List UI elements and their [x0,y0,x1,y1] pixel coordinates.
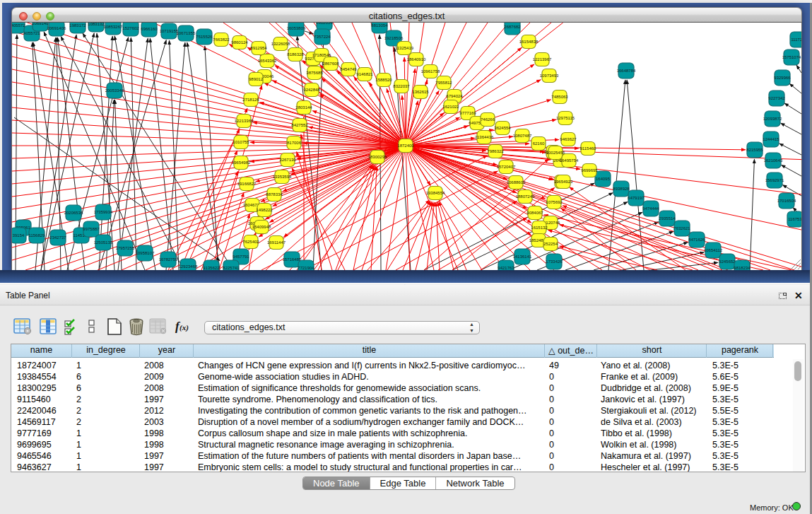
svg-text:8322037: 8322037 [393,84,410,88]
svg-text:3267130: 3267130 [279,158,296,162]
svg-text:20053346: 20053346 [105,88,124,93]
svg-text:21364436: 21364436 [475,135,494,139]
svg-text:9329966: 9329966 [774,76,791,80]
svg-text:10973493: 10973493 [540,74,559,78]
svg-text:9242848: 9242848 [303,88,320,92]
svg-text:10961758: 10961758 [421,69,440,74]
svg-text:8938928: 8938928 [613,187,630,191]
svg-text:19384554: 19384554 [426,191,445,195]
svg-text:11325419: 11325419 [395,46,414,50]
svg-text:15692971: 15692971 [765,178,784,182]
svg-text:16782759: 16782759 [159,257,178,262]
svg-text:1733426: 1733426 [546,259,563,264]
svg-text:9457791: 9457791 [233,255,249,259]
svg-text:1362615: 1362615 [412,90,429,94]
svg-text:10958107: 10958107 [136,251,155,255]
svg-text:2687682: 2687682 [504,25,521,29]
svg-text:39154: 39154 [13,233,25,238]
svg-text:6794024: 6794024 [446,94,463,98]
svg-text:62160: 62160 [533,141,545,146]
svg-text:2342737: 2342737 [49,235,66,240]
svg-text:10654112: 10654112 [704,248,723,252]
svg-text:6479197: 6479197 [628,196,645,200]
svg-text:2718126: 2718126 [242,98,259,102]
svg-text:9777169: 9777169 [459,111,476,115]
svg-text:10671355: 10671355 [177,31,196,35]
svg-text:13226058: 13226058 [271,42,290,46]
svg-text:7357224: 7357224 [314,35,331,39]
svg-text:3875685: 3875685 [306,71,323,75]
svg-text:2069140: 2069140 [32,23,49,25]
svg-text:8878334: 8878334 [266,192,283,197]
svg-text:14136141: 14136141 [513,255,532,259]
svg-text:13353594: 13353594 [273,175,292,179]
svg-text:1498222: 1498222 [256,208,273,212]
svg-text:10853267: 10853267 [104,25,123,29]
svg-text:16495754: 16495754 [560,158,579,163]
svg-text:10807487: 10807487 [513,134,532,138]
svg-text:16911447: 16911447 [267,240,286,245]
svg-text:9115460: 9115460 [580,146,597,151]
svg-text:1075692: 1075692 [546,200,563,204]
svg-text:8471626: 8471626 [688,238,705,242]
svg-text:17359934: 17359934 [94,210,113,214]
svg-text:20206536: 20206536 [64,211,83,215]
svg-text:16053809: 16053809 [287,26,306,30]
svg-text:164095: 164095 [596,177,611,181]
svg-text:9975887: 9975887 [83,227,100,231]
svg-text:8454749: 8454749 [340,67,357,71]
svg-text:9227342: 9227342 [768,96,785,100]
svg-text:7986322: 7986322 [487,149,504,153]
svg-text:17016504: 17016504 [777,199,796,203]
svg-text:252254: 252254 [543,242,558,246]
svg-text:7515526: 7515526 [196,35,213,39]
svg-text:1156829: 1156829 [29,233,46,238]
svg-text:15751074: 15751074 [782,55,801,59]
svg-text:16210643: 16210643 [764,158,783,163]
svg-text:1010755: 1010755 [233,140,249,144]
svg-text:8186328: 8186328 [287,52,304,57]
svg-text:1621022: 1621022 [442,105,459,109]
svg-text:12923468: 12923468 [179,264,198,269]
svg-text:16648784: 16648784 [617,69,636,73]
svg-text:10688609: 10688609 [507,180,526,185]
svg-text:4055721: 4055721 [23,31,40,35]
svg-text:1244415: 1244415 [763,137,779,141]
svg-text:19654982: 19654982 [232,160,251,165]
svg-text:746266: 746266 [481,117,495,122]
svg-text:15716485: 15716485 [283,257,302,262]
svg-text:19166827: 19166827 [237,182,257,186]
svg-text:9463627: 9463627 [560,137,577,141]
svg-text:3624554: 3624554 [494,126,511,130]
svg-text:817006: 817006 [287,141,302,145]
svg-text:2935514: 2935514 [659,216,676,221]
svg-text:1588520: 1588520 [375,78,392,82]
svg-text:9146821: 9146821 [356,72,373,76]
svg-text:1983172: 1983172 [69,23,86,28]
svg-text:12213369: 12213369 [235,119,254,123]
svg-text:1405572: 1405572 [12,23,25,28]
svg-text:18807249: 18807249 [516,194,535,199]
svg-text:16154838: 16154838 [519,40,539,44]
svg-text:19654923: 19654923 [554,180,573,184]
svg-text:12213967: 12213967 [533,57,552,62]
svg-text:111724: 111724 [791,37,801,42]
svg-text:19218506: 19218506 [384,36,404,40]
svg-text:15720407: 15720407 [497,165,516,169]
svg-text:10025455: 10025455 [546,151,565,155]
svg-text:2867608: 2867608 [322,62,339,66]
svg-text:15409948: 15409948 [252,225,271,229]
svg-text:7485063: 7485063 [551,95,568,99]
svg-text:9245652: 9245652 [719,259,736,264]
svg-text:16543362: 16543362 [258,59,277,63]
svg-text:17957255: 17957255 [116,246,135,250]
svg-text:18300295: 18300295 [368,155,387,159]
svg-text:7955812: 7955812 [435,81,452,85]
svg-text:(x): (x) [180,323,189,332]
svg-text:116753: 116753 [788,217,801,221]
svg-text:1083132: 1083132 [88,23,105,26]
svg-text:989012: 989012 [249,77,264,81]
svg-text:8912954: 8912954 [250,46,267,50]
svg-text:2803144: 2803144 [295,105,312,110]
svg-text:8427552: 8427552 [291,123,308,127]
